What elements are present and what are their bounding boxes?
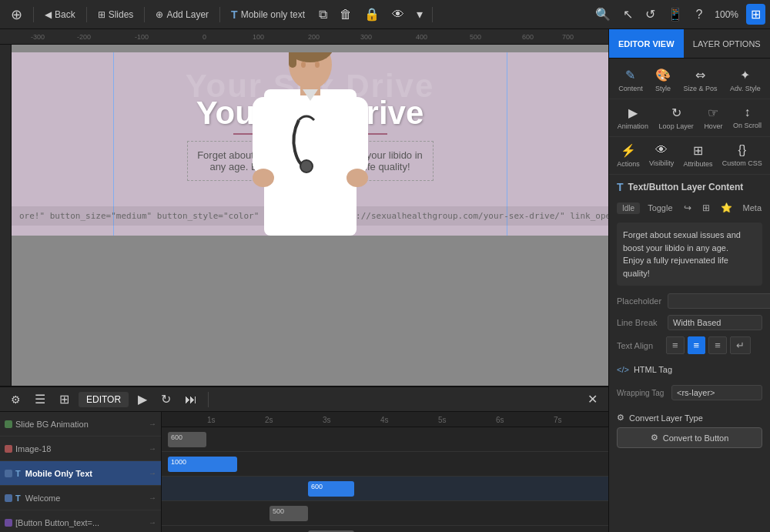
svg-point-19: [300, 160, 313, 172]
idle-badge: Idle: [617, 202, 640, 214]
layer-color-dot: [5, 445, 12, 453]
panel-toggle-btn[interactable]: ⊞: [746, 4, 765, 25]
panel-icons-row-1: ✎ Content 🎨 Style ⇔ Size & Pos ✦ Adv. St…: [609, 59, 770, 99]
timeline-ruler: 1s 2s 3s 4s 5s 6s 7s: [162, 412, 608, 427]
adv-style-tab[interactable]: ✦ Adv. Style: [725, 65, 765, 95]
layer-name-mobile-only: Mobile Only Text: [25, 469, 92, 478]
slides-icon: ⊞: [98, 9, 105, 20]
timeline-loop-icon[interactable]: ↻: [156, 389, 176, 410]
svg-text:-300: -300: [31, 33, 45, 41]
more-icon[interactable]: ▾: [412, 4, 427, 25]
timeline-layer-row-welcome[interactable]: T Welcome →: [0, 486, 161, 510]
eye-icon[interactable]: 👁: [387, 5, 409, 25]
track-block[interactable]: 500: [270, 506, 308, 521]
placeholder-input[interactable]: [668, 293, 770, 309]
timeline-next-icon[interactable]: ⏭: [180, 390, 202, 410]
toggle-btn[interactable]: Toggle: [644, 202, 675, 214]
slides-button[interactable]: ⊞ Slides: [92, 6, 140, 23]
timeline-frame-icon[interactable]: ⊞: [55, 389, 74, 410]
actions-tab[interactable]: ⚡ Actions: [612, 140, 644, 171]
panel-icons-row-2: ▶ Animation ↻ Loop Layer ☞ Hover ↕ On Sc…: [609, 99, 770, 137]
section-title-text: Text/Button Layer Content: [628, 182, 744, 192]
animation-tab[interactable]: ▶ Animation: [613, 102, 653, 133]
layer-name-image: Image-18: [15, 444, 51, 453]
placeholder-row: Placeholder: [609, 290, 770, 312]
svg-text:-100: -100: [135, 33, 149, 41]
svg-text:3s: 3s: [323, 416, 331, 424]
lock-icon[interactable]: 🔒: [360, 4, 384, 25]
track-block[interactable]: 1000: [168, 457, 237, 472]
icon-btn[interactable]: ⭐: [718, 201, 735, 215]
svg-text:4s: 4s: [380, 416, 389, 424]
separator-3: [144, 7, 145, 22]
undo-icon[interactable]: ↺: [641, 4, 660, 25]
meta-btn[interactable]: Meta: [740, 202, 765, 214]
content-tab[interactable]: ✎ Content: [614, 65, 648, 95]
wp-logo-btn[interactable]: ⊕: [5, 3, 28, 26]
on-scroll-tab[interactable]: ↕ On Scroll: [728, 102, 766, 133]
slide-canvas: Your Sex Drive Your Sex Drive Forget abo…: [12, 52, 608, 236]
layer-name-slide-bg: Slide BG Animation: [15, 420, 89, 429]
timeline-layer-row[interactable]: Image-18 →: [0, 437, 161, 461]
grid-icon[interactable]: ⊞: [699, 201, 713, 215]
layer-color-dot: [5, 420, 12, 428]
line-break-select[interactable]: Width Based: [668, 315, 762, 330]
style-tab[interactable]: 🎨 Style: [651, 65, 675, 95]
svg-text:700: 700: [562, 33, 574, 41]
editor-tab[interactable]: EDITOR: [79, 392, 129, 407]
align-right-btn[interactable]: ≡: [708, 336, 727, 354]
svg-text:2s: 2s: [265, 416, 273, 424]
timeline-header: ⚙ ☰ ⊞ EDITOR ▶ ↻ ⏭ ✕: [0, 387, 608, 412]
convert-title-text: Convert Layer Type: [629, 413, 703, 423]
delete-icon[interactable]: 🗑: [335, 5, 357, 25]
timeline-list-icon[interactable]: ☰: [30, 389, 50, 410]
timeline-settings-icon[interactable]: ⚙: [6, 390, 25, 409]
track-block[interactable]: 600: [168, 432, 206, 447]
copy-icon[interactable]: ⧉: [314, 5, 332, 25]
editor-view-tab[interactable]: EDITOR VIEW: [609, 29, 684, 58]
section-title: T Text/Button Layer Content: [609, 175, 770, 198]
arrow-icon[interactable]: ↪: [681, 201, 695, 215]
help-icon[interactable]: ?: [691, 5, 707, 25]
wrapping-tag-select[interactable]: <rs-layer>: [671, 385, 762, 400]
line-break-row: Line Break Width Based: [609, 312, 770, 333]
layer-color-dot: [5, 519, 12, 527]
visibility-tab[interactable]: 👁 Visibility: [644, 140, 678, 171]
mobile-icon[interactable]: 📱: [663, 4, 688, 25]
back-button[interactable]: ◀ Back: [38, 6, 82, 23]
convert-to-button-btn[interactable]: ⚙ Convert to Button: [617, 427, 762, 448]
align-justify-btn[interactable]: ↵: [730, 336, 751, 354]
align-left-btn[interactable]: ≡: [666, 336, 685, 354]
toolbar-right: 🔍 ↖ ↺ 📱 ? 100% ⊞: [591, 4, 765, 25]
size-pos-tab[interactable]: ⇔ Size & Pos: [679, 65, 722, 95]
timeline-layers: Slide BG Animation → Image-18 → T Mobile…: [0, 412, 162, 532]
search-icon[interactable]: 🔍: [591, 4, 615, 25]
track-block-active[interactable]: 600: [308, 481, 354, 497]
hover-tab[interactable]: ☞ Hover: [699, 102, 727, 133]
custom-css-tab[interactable]: {} Custom CSS: [718, 140, 767, 171]
loop-layer-tab[interactable]: ↻ Loop Layer: [654, 102, 698, 133]
layer-options-tab[interactable]: LAYER OPTIONS: [684, 29, 770, 58]
svg-text:200: 200: [308, 33, 320, 41]
add-layer-button[interactable]: ⊕ Add Layer: [149, 6, 215, 23]
timeline-layer-row-button[interactable]: [Button Button_text=... →: [0, 510, 161, 532]
svg-rect-21: [346, 97, 368, 174]
canvas-wrapper[interactable]: Your Sex Drive Your Sex Drive Forget abo…: [0, 45, 608, 386]
track-row-welcome: 500: [162, 501, 608, 526]
layer-type-indicator: T Mobile only text: [225, 5, 311, 24]
layer-color-dot: [5, 494, 12, 502]
timeline-play-icon[interactable]: ▶: [133, 389, 152, 410]
timeline-layer-row-mobile-only[interactable]: T Mobile Only Text →: [0, 461, 161, 486]
separator-2: [86, 7, 87, 22]
timeline-layer-row[interactable]: Slide BG Animation →: [0, 412, 161, 437]
attributes-tab[interactable]: ⊞ Attributes: [679, 140, 718, 171]
back-icon: ◀: [45, 9, 52, 20]
svg-text:5s: 5s: [438, 416, 447, 424]
cursor-icon[interactable]: ↖: [618, 4, 638, 25]
panel-icons-row-3: ⚡ Actions 👁 Visibility ⊞ Attributes {} C…: [609, 137, 770, 175]
text-content-box[interactable]: Forget about sexual issues and boost you…: [617, 223, 762, 286]
align-center-btn[interactable]: ≡: [688, 336, 706, 354]
wp-logo-icon: ⊕: [11, 6, 22, 23]
wrapping-tag-label: Wrapping Tag: [617, 389, 667, 397]
timeline-close-icon[interactable]: ✕: [583, 389, 602, 410]
